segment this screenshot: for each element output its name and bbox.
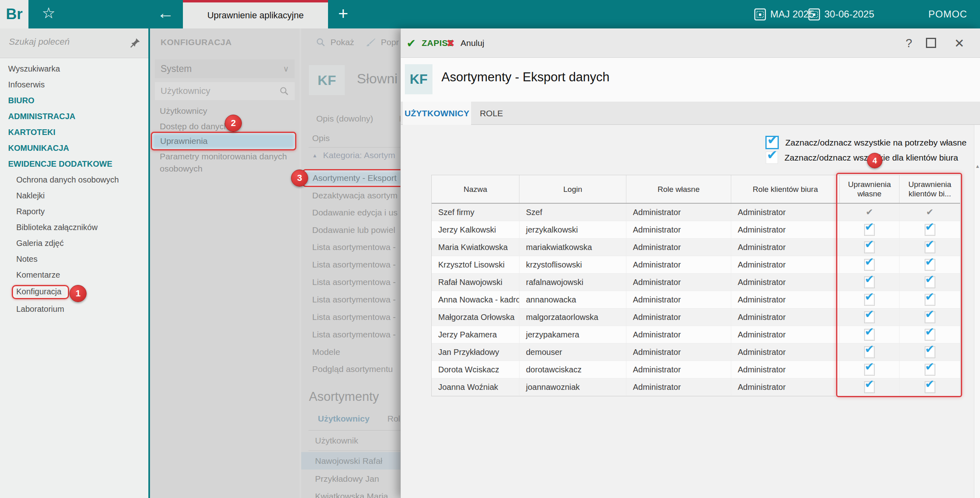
pin-icon[interactable] <box>130 37 141 48</box>
table-row[interactable]: Anna Nowacka - kadro... annanowacka Admi… <box>432 291 960 309</box>
filter-row[interactable]: Opis (dowolny) Kat <box>316 114 400 124</box>
cell-login: jerzykalkowski <box>519 221 626 238</box>
perm-clients-checkbox[interactable]: ✔ <box>925 381 935 393</box>
column-header-uprawnienia-wlasne[interactable]: Uprawnienia własne <box>839 175 899 203</box>
config-area-dropdown[interactable]: System ∨ <box>155 59 295 78</box>
user-row[interactable]: Przykładowy Jan <box>315 472 379 486</box>
perm-own-checkbox[interactable]: ✔ <box>864 364 875 376</box>
config-search-input[interactable]: Użytkownicy <box>155 82 295 100</box>
perm-own-checkbox[interactable]: ✔ <box>864 329 875 341</box>
perm-own-checkbox[interactable]: ✔ <box>864 259 875 271</box>
command-item[interactable]: Dezaktywacja asortym <box>312 190 398 201</box>
perm-clients-checkbox[interactable]: ✔ <box>925 364 935 376</box>
perm-own-checkbox[interactable]: ✔ <box>864 224 875 236</box>
perm-own-checkbox[interactable]: ✔ <box>864 346 875 358</box>
perm-own-checkbox[interactable]: ✔ <box>864 381 875 393</box>
dialog-help-button[interactable]: ? <box>901 28 917 58</box>
table-row[interactable]: Jerzy Kalkowski jerzykalkowski Administr… <box>432 221 960 239</box>
sidebar-item-kartoteki[interactable]: KARTOTEKI <box>0 124 148 140</box>
perm-own-checkbox[interactable]: ✔ <box>864 311 875 323</box>
table-row[interactable]: Rafał Nawojowski rafalnawojowski Adminis… <box>432 274 960 291</box>
date-selector[interactable]: 30-06-2025 <box>808 0 874 28</box>
table-row[interactable]: Szef firmy Szef Administrator Administra… <box>432 204 960 221</box>
perm-clients-checkbox[interactable]: ✔ <box>925 259 935 271</box>
sidebar-item-biblioteka-zalacznikow[interactable]: Biblioteka załączników <box>0 220 148 235</box>
perm-clients-checkbox[interactable]: ✔ <box>925 294 935 306</box>
sidebar-item-wyszukiwarka[interactable]: Wyszukiwarka <box>0 61 148 77</box>
month-selector[interactable]: MAJ 2025 <box>754 0 814 28</box>
user-row[interactable]: Kwiatkowska Maria <box>315 489 388 498</box>
sidebar-item-naklejki[interactable]: Naklejki <box>0 188 148 204</box>
sidebar-item-ochrona-danych[interactable]: Ochrona danych osobowych <box>0 172 148 188</box>
sidebar-item-infoserwis[interactable]: Infoserwis <box>0 77 148 93</box>
dialog-maximize-button[interactable] <box>926 38 936 48</box>
table-row[interactable]: Joanna Woźniak joannawozniak Administrat… <box>432 378 960 396</box>
perm-own-checkbox[interactable]: ✔ <box>864 241 875 253</box>
help-menu[interactable]: POMOC <box>928 0 967 28</box>
command-item[interactable]: Lista asortymentowa - <box>312 241 395 253</box>
table-row[interactable]: Jan Przykładowy demouser Administrator A… <box>432 344 960 361</box>
select-all-clients-checkbox[interactable]: ✔ <box>766 152 778 164</box>
tab-role[interactable]: Rol <box>387 414 400 424</box>
table-row[interactable]: Dorota Wciskacz dorotawciskacz Administr… <box>432 361 960 378</box>
perm-own-checkbox[interactable]: ✔ <box>864 276 875 288</box>
perm-clients-checkbox[interactable]: ✔ <box>925 224 935 236</box>
column-header-role-klientow[interactable]: Role klientów biura <box>731 175 839 203</box>
cancel-button[interactable]: ✖ Anuluj <box>446 28 484 58</box>
command-item[interactable]: Lista asortymentowa - <box>312 259 395 270</box>
vertical-scrollbar[interactable]: ▲ <box>974 125 980 498</box>
show-button[interactable]: Pokaż <box>316 37 354 47</box>
sidebar-item-konfiguracja[interactable]: Konfiguracja 1 <box>0 283 148 301</box>
config-item-uprawnienia-selected[interactable]: Uprawnienia <box>151 132 296 150</box>
column-header-role-wlasne[interactable]: Role własne <box>626 175 731 203</box>
table-row[interactable]: Małgorzata Orłowska malgorzataorlowska A… <box>432 309 960 326</box>
command-item[interactable]: Lista asortymentowa - <box>312 294 395 305</box>
table-row[interactable]: Maria Kwiatkowska mariakwiatkowska Admin… <box>432 239 960 256</box>
command-item[interactable]: Lista asortymentowa - <box>312 276 395 288</box>
command-item[interactable]: Dodawanie edycja i us <box>312 207 398 218</box>
dialog-tab-role[interactable]: ROLE <box>473 102 510 125</box>
command-item[interactable]: Lista asortymentowa - <box>312 329 395 340</box>
column-header-uprawnienia-klientow[interactable]: Uprawnienia klientów bi... <box>899 175 960 203</box>
sidebar-item-raporty[interactable]: Raporty <box>0 204 148 220</box>
sidebar-item-administracja[interactable]: ADMINISTRACJA <box>0 109 148 124</box>
dialog-tab-uzytkownicy[interactable]: UŻYTKOWNICY <box>403 102 471 125</box>
command-item[interactable]: Podgląd asortymentu <box>312 363 393 375</box>
command-item[interactable]: Dodawanie lub powiel <box>312 224 395 236</box>
user-row-selected[interactable]: Nawojowski Rafał <box>301 452 400 470</box>
column-header-nazwa[interactable]: Nazwa <box>432 175 519 203</box>
cell-role-own: Administrator <box>626 378 731 396</box>
sidebar-item-laboratorium[interactable]: Laboratorium <box>0 301 148 317</box>
back-arrow-icon[interactable]: ← <box>157 3 174 23</box>
app-logo[interactable]: Br <box>0 0 28 28</box>
perm-clients-checkbox[interactable]: ✔ <box>925 276 935 288</box>
new-tab-plus-icon[interactable]: + <box>338 4 348 24</box>
perm-clients-checkbox[interactable]: ✔ <box>925 311 935 323</box>
sidebar-item-notes[interactable]: Notes <box>0 251 148 267</box>
command-item[interactable]: Modele <box>312 346 340 358</box>
table-row[interactable]: Jerzy Pakamera jerzypakamera Administrat… <box>432 326 960 344</box>
command-item-asortymenty-eksport-selected[interactable]: Asortymenty - Eksport <box>302 169 400 187</box>
sidebar-item-galeria-zdjec[interactable]: Galeria zdjęć <box>0 235 148 251</box>
dialog-close-button[interactable]: ✕ <box>950 28 968 58</box>
sidebar-search[interactable]: Szukaj poleceń <box>0 28 148 58</box>
sidebar-item-komentarze[interactable]: Komentarze <box>0 267 148 283</box>
command-item[interactable]: Lista asortymentowa - <box>312 311 395 323</box>
perm-clients-checkbox[interactable]: ✔ <box>925 329 935 341</box>
perm-own-checkbox[interactable]: ✔ <box>864 294 875 306</box>
tab-uzytkownicy[interactable]: Użytkownicy <box>318 414 369 424</box>
favorites-star-icon[interactable]: ☆ <box>42 4 55 22</box>
config-item-parametry[interactable]: Parametry monitorowania danych osobowych <box>160 150 294 175</box>
tab-uprawnienie-aplikacyjne[interactable]: Uprawnienie aplikacyjne <box>183 0 328 28</box>
group-row-kategoria[interactable]: ▲ Kategoria: Asortym <box>312 150 395 160</box>
sidebar-item-ewidencje-dodatkowe[interactable]: EWIDENCJE DODATKOWE <box>0 156 148 172</box>
config-item-uzytkownicy[interactable]: Użytkownicy <box>160 103 207 119</box>
column-header-login[interactable]: Login <box>519 175 626 203</box>
filter-description: Opis (dowolny) <box>316 114 373 123</box>
edit-button[interactable]: Popr <box>365 37 399 47</box>
table-row[interactable]: Krzysztof Lisowski krzystoflisowski Admi… <box>432 256 960 274</box>
perm-clients-checkbox[interactable]: ✔ <box>925 346 935 358</box>
perm-clients-checkbox[interactable]: ✔ <box>925 241 935 253</box>
sidebar-item-biuro[interactable]: BIURO <box>0 93 148 109</box>
sidebar-item-komunikacja[interactable]: KOMUNIKACJA <box>0 140 148 156</box>
